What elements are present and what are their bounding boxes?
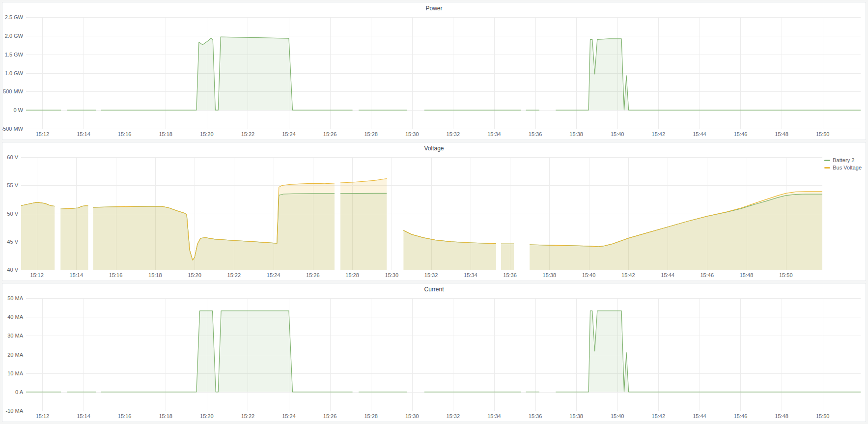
svg-text:20 MA: 20 MA: [7, 352, 23, 358]
svg-text:15:46: 15:46: [700, 272, 714, 278]
svg-text:15:38: 15:38: [569, 131, 583, 137]
svg-text:15:44: 15:44: [693, 413, 706, 419]
svg-text:15:20: 15:20: [200, 413, 214, 419]
svg-text:30 MA: 30 MA: [7, 333, 23, 339]
svg-text:15:18: 15:18: [148, 272, 162, 278]
svg-text:15:20: 15:20: [188, 272, 201, 278]
power-chart-area: 15:1215:1415:1615:1815:2015:2215:2415:26…: [2, 13, 866, 140]
svg-text:50 V: 50 V: [7, 211, 18, 217]
svg-text:15:14: 15:14: [77, 131, 90, 137]
current-chart[interactable]: 15:1215:1415:1615:1815:2015:2215:2415:26…: [2, 294, 866, 422]
svg-text:15:12: 15:12: [36, 131, 50, 137]
current-panel: Current 15:1215:1415:1615:1815:2015:2215…: [2, 283, 866, 422]
svg-text:1.5 GW: 1.5 GW: [5, 52, 24, 57]
svg-text:15:32: 15:32: [424, 272, 438, 278]
svg-text:15:44: 15:44: [661, 272, 674, 278]
svg-text:15:18: 15:18: [159, 413, 172, 419]
svg-text:15:22: 15:22: [227, 272, 241, 278]
svg-text:15:16: 15:16: [118, 413, 132, 419]
svg-text:15:16: 15:16: [118, 131, 132, 137]
svg-text:15:36: 15:36: [529, 413, 542, 419]
svg-text:15:24: 15:24: [282, 131, 296, 137]
svg-text:-500 MW: -500 MW: [2, 126, 24, 132]
svg-text:15:28: 15:28: [345, 272, 359, 278]
svg-text:15:32: 15:32: [447, 413, 460, 419]
svg-text:15:26: 15:26: [306, 272, 320, 278]
svg-text:15:14: 15:14: [70, 272, 84, 278]
svg-text:15:48: 15:48: [775, 131, 788, 137]
current-panel-title[interactable]: Current: [2, 283, 866, 294]
svg-text:1.0 GW: 1.0 GW: [5, 70, 24, 76]
svg-text:15:30: 15:30: [405, 413, 419, 419]
svg-text:-10 MA: -10 MA: [6, 408, 24, 414]
dashboard: Power 15:1215:1415:1615:1815:2015:2215:2…: [0, 0, 868, 424]
svg-text:15:36: 15:36: [529, 131, 542, 137]
svg-text:15:42: 15:42: [652, 131, 666, 137]
svg-text:2.0 GW: 2.0 GW: [5, 33, 24, 39]
voltage-panel: Voltage 15:1215:1415:1615:1815:2015:2215…: [2, 142, 866, 281]
legend-label: Battery 2: [833, 157, 854, 163]
svg-text:15:14: 15:14: [77, 413, 90, 419]
voltage-chart-area: 15:1215:1415:1615:1815:2015:2215:2415:26…: [2, 153, 866, 281]
svg-text:15:24: 15:24: [282, 413, 296, 419]
svg-text:15:34: 15:34: [487, 413, 501, 419]
svg-text:0 A: 0 A: [15, 389, 24, 395]
svg-text:15:26: 15:26: [323, 131, 337, 137]
voltage-panel-title[interactable]: Voltage: [2, 142, 866, 153]
legend-swatch-icon: [824, 160, 830, 161]
svg-text:15:44: 15:44: [693, 131, 706, 137]
svg-text:15:38: 15:38: [569, 413, 583, 419]
svg-text:2.5 GW: 2.5 GW: [5, 14, 24, 20]
svg-text:15:24: 15:24: [267, 272, 280, 278]
svg-text:15:42: 15:42: [621, 272, 635, 278]
power-panel-title[interactable]: Power: [2, 2, 866, 13]
svg-text:15:46: 15:46: [734, 131, 748, 137]
svg-text:15:16: 15:16: [109, 272, 123, 278]
svg-text:55 V: 55 V: [7, 182, 18, 188]
power-panel: Power 15:1215:1415:1615:1815:2015:2215:2…: [2, 2, 866, 140]
svg-text:15:40: 15:40: [582, 272, 596, 278]
svg-text:15:42: 15:42: [652, 413, 666, 419]
power-chart[interactable]: 15:1215:1415:1615:1815:2015:2215:2415:26…: [2, 13, 866, 140]
svg-text:15:34: 15:34: [487, 131, 501, 137]
legend-label: Bus Voltage: [833, 165, 862, 170]
svg-text:15:40: 15:40: [611, 413, 624, 419]
svg-text:0 W: 0 W: [13, 107, 23, 113]
svg-text:40 MA: 40 MA: [7, 314, 23, 320]
voltage-legend: Battery 2Bus Voltage: [824, 157, 862, 170]
legend-item-battery-2[interactable]: Battery 2: [824, 157, 854, 163]
svg-text:500 MW: 500 MW: [3, 88, 24, 94]
svg-text:15:12: 15:12: [36, 413, 50, 419]
svg-text:15:30: 15:30: [385, 272, 399, 278]
svg-text:50 MA: 50 MA: [7, 295, 23, 301]
svg-text:15:22: 15:22: [241, 131, 255, 137]
svg-text:15:38: 15:38: [543, 272, 557, 278]
svg-text:15:48: 15:48: [775, 413, 788, 419]
svg-text:15:30: 15:30: [405, 131, 419, 137]
svg-text:15:12: 15:12: [30, 272, 44, 278]
svg-text:40 V: 40 V: [7, 267, 18, 273]
svg-text:15:28: 15:28: [364, 413, 378, 419]
svg-text:15:50: 15:50: [816, 131, 830, 137]
svg-text:15:20: 15:20: [200, 131, 214, 137]
svg-text:15:18: 15:18: [159, 131, 172, 137]
svg-text:45 V: 45 V: [7, 239, 18, 245]
svg-text:15:50: 15:50: [816, 413, 830, 419]
current-chart-area: 15:1215:1415:1615:1815:2015:2215:2415:26…: [2, 294, 866, 422]
svg-text:15:48: 15:48: [740, 272, 754, 278]
svg-text:15:50: 15:50: [779, 272, 793, 278]
svg-text:15:46: 15:46: [734, 413, 748, 419]
svg-text:15:26: 15:26: [323, 413, 337, 419]
svg-text:15:36: 15:36: [503, 272, 517, 278]
svg-text:15:32: 15:32: [447, 131, 460, 137]
svg-text:60 V: 60 V: [7, 154, 18, 160]
svg-text:10 MA: 10 MA: [7, 370, 23, 376]
legend-item-bus-voltage[interactable]: Bus Voltage: [824, 165, 862, 170]
svg-text:15:40: 15:40: [611, 131, 624, 137]
voltage-chart[interactable]: 15:1215:1415:1615:1815:2015:2215:2415:26…: [2, 153, 866, 281]
svg-text:15:28: 15:28: [364, 131, 378, 137]
svg-text:15:22: 15:22: [241, 413, 255, 419]
legend-swatch-icon: [824, 167, 830, 169]
svg-text:15:34: 15:34: [464, 272, 477, 278]
